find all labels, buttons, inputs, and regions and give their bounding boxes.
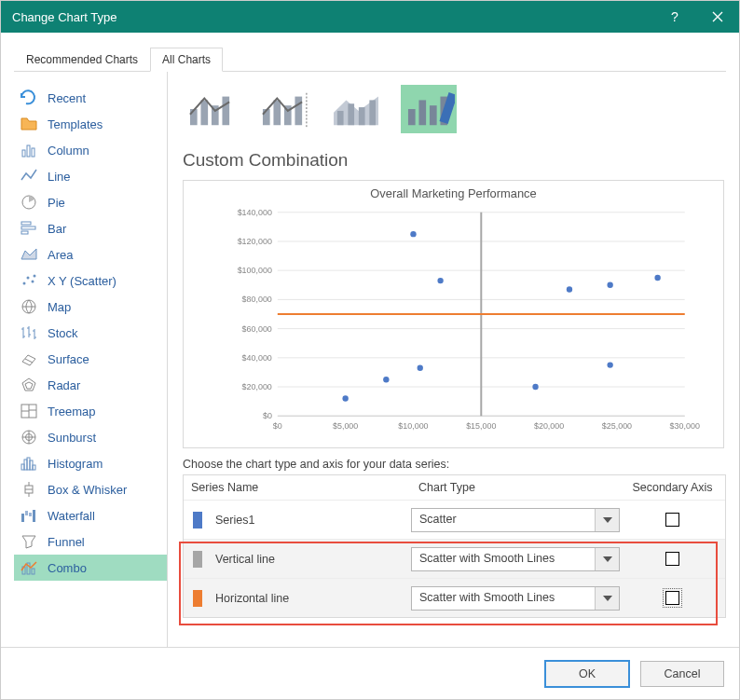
y-tick-label: $100,000 [238,266,272,275]
xy-icon [20,271,38,290]
svg-point-10 [34,275,36,278]
sidebar-item-label: Funnel [48,535,85,549]
titlebar: Change Chart Type ? [1,1,739,33]
funnel-icon [20,532,38,551]
series-row[interactable]: Vertical lineScatter with Smooth Lines [184,539,725,578]
x-tick-label: $25,000 [602,421,632,431]
combo-subtype-stacked-area-column[interactable] [328,85,384,133]
svg-rect-0 [22,150,25,157]
series-grid-header: Series Name Chart Type Secondary Axis [184,474,725,500]
combo-subtype-icon [330,88,382,130]
close-button[interactable] [696,1,739,33]
cancel-button[interactable]: Cancel [640,661,724,687]
secondary-axis-checkbox[interactable] [665,552,679,566]
chevron-down-icon [603,517,612,523]
y-tick-label: $0 [263,411,272,420]
secondary-axis-checkbox[interactable] [665,513,679,527]
sidebar-item-bar[interactable]: Bar [14,215,167,241]
sidebar-item-line[interactable]: Line [14,163,167,189]
y-tick-label: $40,000 [242,353,272,363]
sidebar-item-templates[interactable]: Templates [14,111,167,137]
area-icon [20,245,38,264]
svg-rect-2 [32,148,34,157]
help-button[interactable]: ? [653,1,696,33]
chart-type-dropdown-button[interactable] [595,548,619,570]
treemap-icon [20,402,38,420]
chart-type-select[interactable]: Scatter [411,508,620,532]
svg-rect-4 [21,222,31,225]
svg-rect-25 [29,513,32,516]
subtype-heading: Custom Combination [183,150,726,171]
stock-icon [20,323,38,342]
series-row[interactable]: Horizontal lineScatter with Smooth Lines [184,578,725,617]
bar-icon [20,219,38,238]
sidebar-item-area[interactable]: Area [14,241,167,268]
sidebar-item-label: Box & Whisker [48,483,127,497]
series-name: Vertical line [213,553,411,566]
svg-rect-35 [273,100,281,125]
y-tick-label: $140,000 [238,208,272,217]
svg-rect-37 [295,97,302,126]
sidebar-item-funnel[interactable]: Funnel [14,528,167,555]
pie-icon [20,193,38,212]
sidebar-item-label: Histogram [48,457,103,471]
sidebar-item-waterfall[interactable]: Waterfall [14,502,167,528]
sidebar-item-recent[interactable]: Recent [14,85,167,111]
chart-title: Overall Marketing Performance [370,186,536,200]
svg-rect-21 [33,465,35,470]
radar-icon [20,376,38,394]
sidebar-item-stock[interactable]: Stock [14,320,167,346]
combo-subtype-clustered-column-line-secondary[interactable] [255,85,311,133]
sidebar-item-radar[interactable]: Radar [14,372,167,398]
y-tick-label: $60,000 [242,324,272,334]
svg-rect-1 [27,145,30,157]
series-row[interactable]: Series1Scatter [184,500,725,539]
sidebar-item-pie[interactable]: Pie [14,189,167,215]
x-tick-label: $30,000 [670,421,700,431]
chart-type-value: Scatter [412,509,595,531]
sidebar-item-histogram[interactable]: Histogram [14,450,167,476]
svg-rect-33 [222,97,229,126]
dialog-footer: OK Cancel [1,647,739,699]
boxwhisker-icon [20,480,38,499]
chart-category-sidebar: RecentTemplatesColumnLinePieBarAreaX Y (… [14,72,167,647]
chart-type-dropdown-button[interactable] [595,587,619,610]
chart-type-select[interactable]: Scatter with Smooth Lines [411,547,620,571]
sidebar-item-label: Treemap [48,405,96,419]
sidebar-item-map[interactable]: Map [14,294,167,320]
chart-type-dropdown-button[interactable] [595,509,619,531]
svg-rect-31 [200,100,208,125]
column-icon [20,141,38,159]
sidebar-item-boxwhisker[interactable]: Box & Whisker [14,476,167,502]
ok-button[interactable]: OK [545,661,629,687]
combo-subtype-clustered-column-line[interactable] [183,85,239,133]
sidebar-item-combo[interactable]: Combo [14,555,167,581]
window-title: Change Chart Type [12,10,653,24]
sidebar-item-treemap[interactable]: Treemap [14,398,167,424]
combo-subtype-icon [185,88,237,130]
combo-subtype-icon [403,88,455,130]
sidebar-item-label: Templates [48,117,103,131]
sidebar-item-surface[interactable]: Surface [14,346,167,372]
data-point [418,365,423,371]
sidebar-item-label: Column [48,144,89,158]
sidebar-item-xy[interactable]: X Y (Scatter) [14,268,167,294]
chart-type-select[interactable]: Scatter with Smooth Lines [411,586,620,611]
svg-rect-24 [25,511,28,515]
tab-recommended[interactable]: Recommended Charts [14,48,150,71]
sidebar-item-label: Combo [48,561,87,575]
data-point [607,362,612,367]
sidebar-item-label: Map [48,300,71,314]
svg-rect-6 [21,231,28,234]
sidebar-item-label: Radar [48,378,80,392]
data-point [437,278,443,283]
svg-rect-23 [21,514,24,522]
sidebar-item-label: Stock [48,326,78,340]
combo-subtype-custom-combination[interactable] [401,85,457,133]
sidebar-item-column[interactable]: Column [14,137,167,163]
sidebar-item-sunburst[interactable]: Sunburst [14,424,167,450]
secondary-axis-checkbox[interactable] [665,591,679,605]
combo-subtype-icon [257,88,309,130]
tab-all-charts[interactable]: All Charts [150,48,223,72]
series-swatch [193,590,202,607]
